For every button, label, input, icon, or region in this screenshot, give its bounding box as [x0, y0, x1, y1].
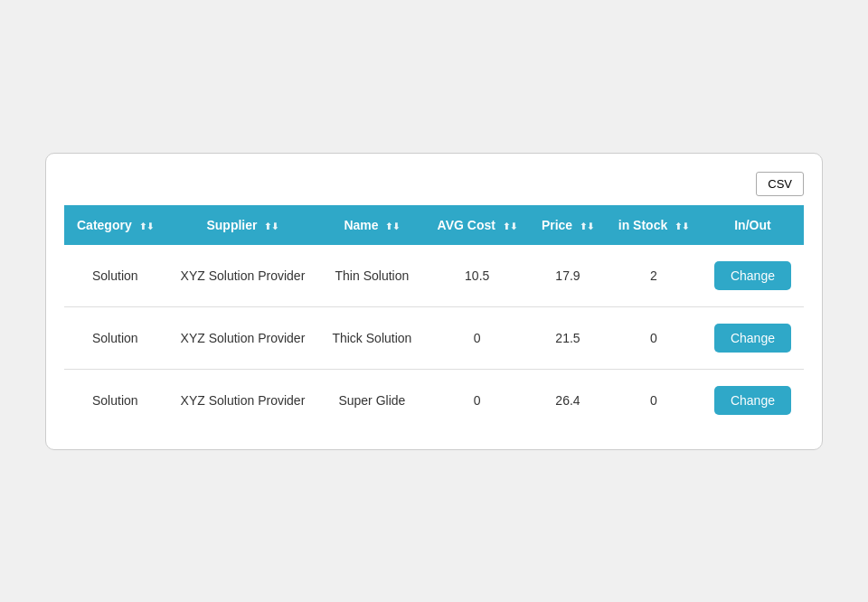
header-avg-cost-label: AVG Cost: [438, 218, 495, 232]
cell-name: Super Glide: [319, 369, 424, 431]
table-header-row: Category ⬆⬇ Supplier ⬆⬇ Name ⬆⬇ AVG Cost…: [64, 205, 804, 245]
header-category-label: Category: [77, 218, 132, 232]
cell-avg-cost: 10.5: [424, 245, 529, 307]
table-row: SolutionXYZ Solution ProviderSuper Glide…: [64, 369, 804, 431]
change-button[interactable]: Change: [714, 261, 791, 290]
cell-avg-cost: 0: [424, 306, 529, 369]
change-button[interactable]: Change: [714, 386, 791, 415]
change-button[interactable]: Change: [714, 324, 791, 353]
cell-inout: Change: [702, 306, 804, 369]
inventory-table: Category ⬆⬇ Supplier ⬆⬇ Name ⬆⬇ AVG Cost…: [64, 205, 804, 431]
header-price-label: Price: [542, 218, 572, 232]
header-name[interactable]: Name ⬆⬇: [319, 205, 424, 245]
header-inout: In/Out: [702, 205, 804, 245]
cell-name: Thick Solution: [319, 306, 424, 369]
table-row: SolutionXYZ Solution ProviderThick Solut…: [64, 306, 804, 369]
header-price[interactable]: Price ⬆⬇: [530, 205, 606, 245]
cell-price: 21.5: [530, 306, 606, 369]
cell-in-stock: 0: [606, 306, 702, 369]
cell-inout: Change: [702, 245, 804, 307]
sort-icon-in-stock: ⬆⬇: [675, 221, 689, 231]
csv-button[interactable]: CSV: [756, 172, 804, 196]
cell-avg-cost: 0: [424, 369, 529, 431]
header-avg-cost[interactable]: AVG Cost ⬆⬇: [424, 205, 529, 245]
sort-icon-category: ⬆⬇: [139, 221, 154, 231]
cell-category: Solution: [64, 245, 166, 307]
table-row: SolutionXYZ Solution ProviderThin Soluti…: [64, 245, 804, 307]
sort-icon-name: ⬆⬇: [385, 221, 400, 231]
sort-icon-price: ⬆⬇: [580, 221, 594, 231]
cell-price: 17.9: [530, 245, 606, 307]
cell-category: Solution: [64, 306, 166, 369]
cell-supplier: XYZ Solution Provider: [166, 245, 320, 307]
cell-supplier: XYZ Solution Provider: [166, 369, 320, 431]
sort-icon-supplier: ⬆⬇: [264, 221, 278, 231]
header-supplier-label: Supplier: [206, 218, 257, 232]
sort-icon-avg-cost: ⬆⬇: [503, 221, 517, 231]
cell-in-stock: 0: [606, 369, 702, 431]
cell-name: Thin Solution: [319, 245, 424, 307]
cell-supplier: XYZ Solution Provider: [166, 306, 320, 369]
header-name-label: Name: [344, 218, 378, 232]
header-in-stock-label: in Stock: [618, 218, 667, 232]
header-in-stock[interactable]: in Stock ⬆⬇: [606, 205, 702, 245]
cell-category: Solution: [64, 369, 166, 431]
cell-in-stock: 2: [606, 245, 702, 307]
cell-price: 26.4: [530, 369, 606, 431]
csv-btn-wrapper: CSV: [64, 172, 804, 196]
header-supplier[interactable]: Supplier ⬆⬇: [166, 205, 320, 245]
header-inout-label: In/Out: [734, 218, 770, 232]
main-container: CSV Category ⬆⬇ Supplier ⬆⬇ Name ⬆⬇ AVG …: [45, 153, 823, 450]
header-category[interactable]: Category ⬆⬇: [64, 205, 166, 245]
cell-inout: Change: [702, 369, 804, 431]
